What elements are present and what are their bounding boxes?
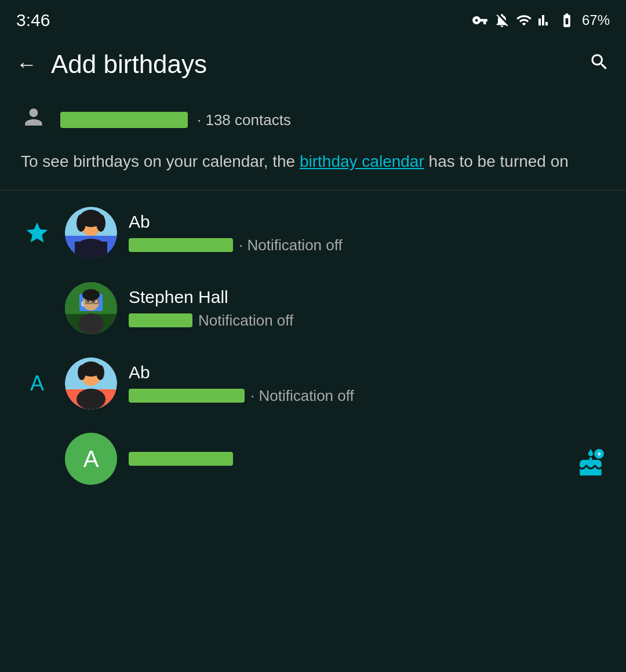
contact-info <box>129 452 605 466</box>
contact-info: Stephen Hall Notification off <box>129 287 605 330</box>
notification-text: · Notification off <box>250 387 354 405</box>
contact-detail: Notification off <box>129 312 605 330</box>
detail-redacted <box>129 238 233 252</box>
svg-rect-5 <box>75 242 107 259</box>
contact-icon <box>21 104 46 130</box>
contact-detail: · Notification off <box>129 236 605 254</box>
list-item[interactable]: Ab · Notification off <box>0 195 626 271</box>
contact-detail: · Notification off <box>129 387 605 405</box>
notification-text: Notification off <box>198 312 293 330</box>
detail-redacted <box>129 313 192 327</box>
search-icon <box>589 52 610 72</box>
avatar <box>65 207 117 259</box>
add-birthday-icon: + <box>576 449 605 478</box>
silent-icon <box>494 12 510 28</box>
contact-detail <box>129 452 605 466</box>
svg-point-30 <box>77 389 105 410</box>
info-text: To see birthdays on your calendar, the b… <box>0 149 626 190</box>
list-item[interactable]: A + <box>0 421 626 496</box>
account-name-block: · 138 contacts <box>60 111 605 129</box>
contact-count: · 138 contacts <box>197 111 291 129</box>
add-birthday-button[interactable]: + <box>576 449 605 480</box>
svg-point-8 <box>96 214 105 232</box>
detail-redacted <box>129 389 245 403</box>
account-name-redacted <box>60 112 188 128</box>
star-icon <box>24 220 50 246</box>
status-bar: 3:46 67% <box>0 0 626 36</box>
battery-percent: 67% <box>582 12 610 28</box>
vpn-icon <box>472 12 488 28</box>
avatar: Goo <box>65 282 117 334</box>
svg-point-22 <box>82 289 100 301</box>
contact-info: Ab · Notification off <box>129 363 605 405</box>
section-marker-star <box>21 220 53 246</box>
person-icon <box>21 104 46 136</box>
avatar <box>65 357 117 410</box>
status-icons: 67% <box>472 12 610 28</box>
svg-point-7 <box>77 214 86 232</box>
svg-point-16 <box>78 313 104 334</box>
account-row: · 138 contacts <box>0 90 626 149</box>
info-text-after: has to be turned on <box>424 152 569 170</box>
contact-name: Ab <box>129 363 605 382</box>
back-button[interactable]: ← <box>16 52 37 76</box>
avatar-photo <box>65 207 117 259</box>
contact-name: Ab <box>129 212 605 232</box>
contact-list: Ab · Notification off Goo <box>0 191 626 501</box>
list-item[interactable]: Goo Stephen Hall Notification off <box>0 271 626 346</box>
status-time: 3:46 <box>16 10 50 30</box>
signal-icon <box>538 12 552 28</box>
wifi-icon <box>516 12 532 28</box>
list-item[interactable]: A Ab · Notification off <box>0 346 626 421</box>
section-letter: A <box>30 371 44 396</box>
search-button[interactable] <box>589 52 610 78</box>
page-title: Add birthdays <box>51 50 575 79</box>
birthday-calendar-link[interactable]: birthday calendar <box>300 152 424 170</box>
svg-text:+: + <box>597 450 601 458</box>
avatar-letter: A <box>65 433 117 485</box>
section-marker-a: A <box>21 371 53 396</box>
app-bar: ← Add birthdays <box>0 36 626 90</box>
info-text-before: To see birthdays on your calendar, the <box>21 152 300 170</box>
svg-point-29 <box>96 365 104 380</box>
contact-info: Ab · Notification off <box>129 212 605 254</box>
battery-icon <box>558 12 576 28</box>
avatar-photo: Goo <box>65 282 117 334</box>
detail-redacted <box>129 452 233 466</box>
avatar-photo <box>65 357 117 410</box>
contact-name: Stephen Hall <box>129 287 605 307</box>
notification-text: · Notification off <box>239 236 343 254</box>
svg-point-28 <box>78 365 86 380</box>
